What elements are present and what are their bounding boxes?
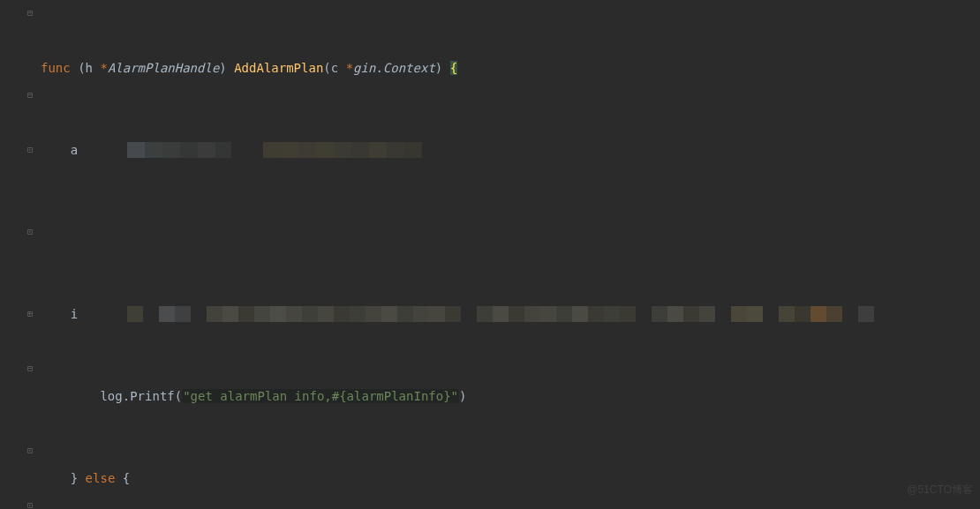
fold-icon[interactable]: ⊡ (25, 500, 35, 509)
text (41, 471, 71, 485)
keyword: else (86, 471, 116, 485)
fold-icon[interactable]: ⊡ (25, 227, 35, 237)
fold-icon[interactable]: ⊡ (25, 145, 35, 155)
method: Printf (130, 389, 175, 403)
identifier: log (100, 389, 122, 403)
fold-icon[interactable]: ⊟ (25, 8, 35, 19)
type: Context (383, 61, 435, 75)
text: . (123, 389, 130, 403)
package: gin (353, 61, 375, 75)
fold-icon[interactable]: ⊡ (25, 445, 35, 456)
code-line (41, 219, 980, 246)
operator: * (346, 61, 353, 75)
text: ) (459, 389, 466, 403)
text: a (41, 143, 78, 157)
redacted-block (127, 306, 874, 322)
text: ) (435, 61, 450, 75)
type: AlarmPlanHandle (108, 61, 219, 75)
function-name: AddAlarmPlan (234, 61, 323, 75)
code-line: log.Printf("get alarmPlan info,#{alarmPl… (41, 383, 980, 410)
fold-icon[interactable]: ⊟ (25, 90, 35, 101)
text: i (41, 307, 78, 321)
text: (c (323, 61, 345, 75)
gutter: ⊟ ⊟ ⊡ ⊡ ⊞ ⊟ ⊡ ⊡ (0, 0, 37, 509)
text: ( (175, 389, 182, 403)
watermark: @51CTO博客 (907, 476, 973, 504)
code-line: func (h *AlarmPlanHandle) AddAlarmPlan(c… (41, 55, 980, 82)
code-line: i (41, 301, 980, 328)
text: ) (219, 61, 234, 75)
code-editor: ⊟ ⊟ ⊡ ⊡ ⊞ ⊟ ⊡ ⊡ func (h *AlarmPlanHandle… (0, 0, 980, 509)
keyword: func (41, 61, 71, 75)
brace: } (71, 471, 78, 485)
text (41, 389, 100, 403)
code-line: } else { (41, 465, 980, 492)
string-literal: "get alarmPlan info,#{alarmPlanInfo}" (182, 389, 459, 403)
text: (h (78, 61, 100, 75)
brace: { (123, 471, 130, 485)
code-line: a (41, 137, 980, 164)
fold-icon[interactable]: ⊞ (25, 309, 35, 319)
code-area[interactable]: func (h *AlarmPlanHandle) AddAlarmPlan(c… (37, 0, 980, 509)
fold-icon[interactable]: ⊟ (25, 363, 35, 374)
brace-highlight: { (450, 61, 457, 75)
redacted-block (127, 142, 422, 158)
operator: * (100, 61, 107, 75)
text: . (375, 61, 382, 75)
